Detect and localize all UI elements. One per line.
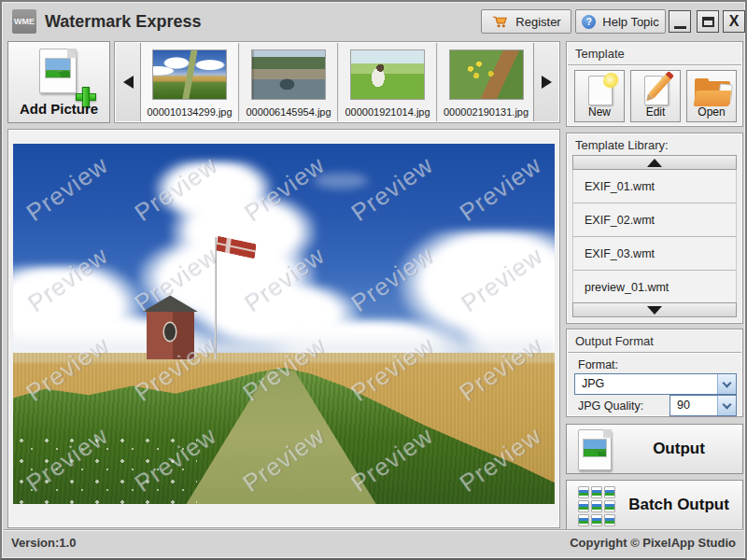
batch-output-label: Batch Output bbox=[621, 481, 737, 529]
chevron-down-icon bbox=[647, 306, 662, 315]
quality-dropdown[interactable]: 90 bbox=[669, 395, 737, 416]
close-button[interactable]: X bbox=[723, 10, 745, 33]
thumbnail-filename: 000010134299.jpg bbox=[141, 106, 238, 118]
chevron-right-icon bbox=[542, 76, 552, 89]
minimize-icon bbox=[674, 26, 686, 29]
open-folder-icon bbox=[695, 78, 730, 106]
thumbnail-filename: 000001921014.jpg bbox=[339, 106, 436, 118]
scroll-left-button[interactable] bbox=[116, 43, 141, 121]
help-topic-button[interactable]: ? Help Topic bbox=[575, 9, 666, 34]
batch-output-button[interactable]: Batch Output bbox=[566, 480, 743, 530]
new-label: New bbox=[575, 105, 624, 119]
dropdown-arrow-button[interactable] bbox=[717, 374, 736, 394]
status-bar: Version:1.0 Copyright © PixelApp Studio bbox=[4, 529, 743, 556]
preview-photo: PreviewPreviewPreviewPreviewPreviewPrevi… bbox=[13, 144, 555, 504]
thumbnail-image bbox=[350, 49, 425, 100]
chevron-left-icon bbox=[123, 76, 134, 89]
template-group-title: Template bbox=[575, 47, 625, 61]
thumbnail-image bbox=[449, 49, 524, 100]
new-glow-icon bbox=[603, 73, 619, 89]
library-scroll-up-button[interactable] bbox=[572, 155, 737, 170]
library-item[interactable]: EXIF_03.wmt bbox=[573, 237, 736, 271]
format-label: Format: bbox=[578, 358, 618, 371]
help-icon: ? bbox=[582, 15, 596, 29]
thumbnail-item[interactable]: 000010134299.jpg bbox=[141, 43, 239, 121]
title-bar: WME Watermark Express Register ? Help To… bbox=[4, 4, 743, 39]
thumbnail-filename: 000002190131.jpg bbox=[438, 106, 534, 118]
add-picture-button[interactable]: Add Picture bbox=[7, 41, 110, 123]
minimize-button[interactable] bbox=[669, 10, 691, 33]
thumbnail-image bbox=[251, 49, 326, 100]
register-label: Register bbox=[515, 15, 560, 29]
template-library-list: EXIF_01.wmt EXIF_02.wmt EXIF_03.wmt prev… bbox=[572, 170, 737, 304]
app-window: WME Watermark Express Register ? Help To… bbox=[0, 0, 747, 560]
chevron-down-icon bbox=[723, 399, 732, 409]
template-new-button[interactable]: New bbox=[574, 70, 625, 122]
picture-thumbnail-graphic bbox=[45, 58, 71, 78]
template-open-button[interactable]: Open bbox=[686, 70, 737, 122]
add-picture-label: Add Picture bbox=[8, 101, 109, 117]
register-button[interactable]: Register bbox=[481, 9, 571, 34]
divider bbox=[568, 64, 741, 65]
help-label: Help Topic bbox=[602, 15, 658, 29]
thumbnail-item[interactable]: 000001921014.jpg bbox=[339, 43, 437, 121]
library-scroll-down-button[interactable] bbox=[572, 302, 737, 317]
window-title: Watermark Express bbox=[45, 4, 201, 39]
chevron-up-icon bbox=[647, 159, 662, 167]
output-format-group: Output Format Format: JPG JPG Quality: 9… bbox=[566, 329, 743, 417]
quality-value: 90 bbox=[677, 396, 690, 415]
cart-icon bbox=[491, 14, 509, 29]
library-item[interactable]: EXIF_01.wmt bbox=[573, 170, 736, 203]
open-label: Open bbox=[687, 105, 736, 119]
copyright-text: Copyright © PixelApp Studio bbox=[570, 530, 736, 556]
watermark-layer: PreviewPreviewPreviewPreviewPreviewPrevi… bbox=[13, 144, 555, 504]
format-dropdown[interactable]: JPG bbox=[574, 373, 737, 395]
output-label: Output bbox=[621, 425, 737, 473]
maximize-button[interactable] bbox=[697, 10, 719, 33]
template-group: Template New Edit Open bbox=[566, 41, 743, 127]
batch-output-icon bbox=[578, 486, 621, 527]
thumbnail-item[interactable]: 000006145954.jpg bbox=[240, 43, 338, 121]
template-edit-button[interactable]: Edit bbox=[630, 70, 681, 122]
app-logo-icon: WME bbox=[12, 9, 36, 34]
library-item[interactable]: preview_01.wmt bbox=[573, 271, 736, 304]
version-text: Version:1.0 bbox=[11, 530, 76, 556]
output-button[interactable]: Output bbox=[566, 424, 743, 474]
library-item[interactable]: EXIF_02.wmt bbox=[573, 203, 736, 237]
maximize-icon bbox=[702, 17, 714, 27]
thumbnail-filename: 000006145954.jpg bbox=[240, 106, 337, 118]
divider bbox=[568, 352, 741, 353]
edit-label: Edit bbox=[631, 105, 680, 119]
output-icon bbox=[578, 429, 612, 470]
template-library-title: Template Library: bbox=[575, 138, 669, 152]
output-format-title: Output Format bbox=[575, 334, 654, 348]
template-library-group: Template Library: EXIF_01.wmt EXIF_02.wm… bbox=[566, 133, 743, 324]
thumbnail-strip: 000010134299.jpg 000006145954.jpg 000001… bbox=[114, 41, 560, 123]
format-value: JPG bbox=[582, 374, 604, 394]
thumbnail-item[interactable]: 000002190131.jpg bbox=[438, 43, 535, 121]
scroll-right-button[interactable] bbox=[533, 43, 558, 121]
dropdown-arrow-button[interactable] bbox=[717, 396, 736, 415]
preview-panel: PreviewPreviewPreviewPreviewPreviewPrevi… bbox=[7, 129, 560, 528]
quality-label: JPG Quality: bbox=[578, 399, 643, 413]
chevron-down-icon bbox=[723, 378, 732, 387]
thumbnail-image bbox=[152, 49, 227, 100]
add-picture-icon bbox=[39, 49, 77, 93]
